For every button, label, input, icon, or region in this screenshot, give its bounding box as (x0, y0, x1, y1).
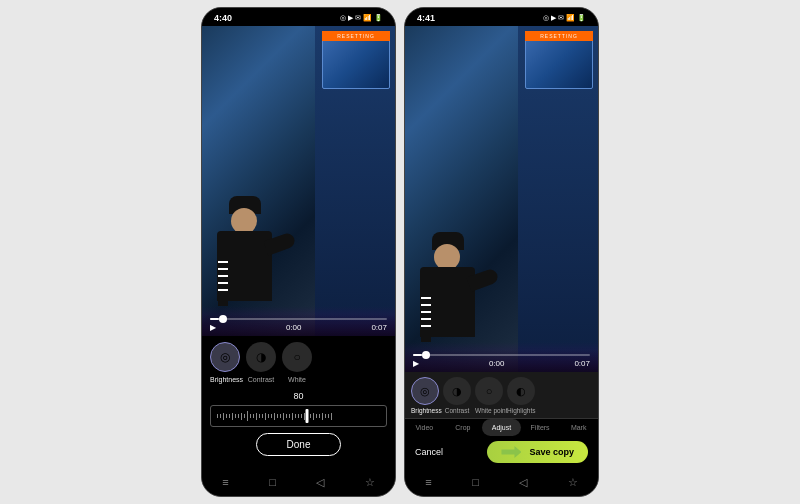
highlights-icon-right[interactable]: ◐ (507, 377, 535, 405)
video-content-right: RESETTING (405, 26, 598, 372)
time-left: 4:40 (214, 13, 232, 23)
video-controls-right: ▶ 0:00 0:07 (405, 350, 598, 372)
tab-mark[interactable]: Mark (559, 419, 598, 436)
status-icons-right: ◎ ▶ ✉ 📶 🔋 (543, 14, 586, 22)
nav-apps-icon-right[interactable]: ☆ (568, 476, 578, 489)
status-bar-left: 4:40 ◎ ▶ ✉ 📶 🔋 (202, 8, 395, 26)
arrow-container (501, 446, 525, 458)
status-icons-left: ◎ ▶ ✉ 📶 🔋 (340, 14, 383, 22)
video-area-left: RESETTING (202, 26, 395, 336)
slider-section-left: 80 (202, 387, 395, 468)
right-phone: 4:41 ◎ ▶ ✉ 📶 🔋 RESETTING (404, 7, 599, 497)
brightness-icon-right[interactable]: ◎ (411, 377, 439, 405)
video-area-right: RESETTING (405, 26, 598, 372)
contrast-icon-left[interactable]: ◑ (246, 342, 276, 372)
status-bar-right: 4:41 ◎ ▶ ✉ 📶 🔋 (405, 8, 598, 26)
cancel-button-right[interactable]: Cancel (415, 447, 443, 457)
video-controls-left: ▶ 0:00 0:07 (202, 314, 395, 336)
nav-home-icon-left[interactable]: □ (269, 476, 276, 488)
contrast-icon-right[interactable]: ◑ (443, 377, 471, 405)
tools-panel-left: ◎ ◑ ○ Brightness Contrast White (202, 336, 395, 387)
white-point-label-right: White point (475, 407, 503, 414)
nav-bar-right: ≡ □ ◁ ☆ (405, 468, 598, 496)
done-button-left[interactable]: Done (256, 433, 342, 456)
arrow-icon-right (501, 446, 521, 458)
nav-menu-icon-right[interactable]: ≡ (425, 476, 431, 488)
nav-bar-left: ≡ □ ◁ ☆ (202, 468, 395, 496)
play-icon-left[interactable]: ▶ (210, 323, 216, 332)
time-end-left: 0:07 (371, 323, 387, 332)
white-label-left: White (282, 376, 312, 383)
slider-value-left: 80 (210, 391, 387, 401)
tab-video[interactable]: Video (405, 419, 444, 436)
nav-home-icon-right[interactable]: □ (472, 476, 479, 488)
white-point-icon-right[interactable]: ○ (475, 377, 503, 405)
time-start-left: 0:00 (286, 323, 302, 332)
white-icon-left[interactable]: ○ (282, 342, 312, 372)
brightness-label-right: Brightness (411, 407, 439, 414)
bottom-tabs-right: Video Crop Adjust Filters Mark (405, 418, 598, 436)
nav-back-icon-left[interactable]: ◁ (316, 476, 324, 489)
brightness-label-left: Brightness (210, 376, 240, 383)
left-phone: 4:40 ◎ ▶ ✉ 📶 🔋 RESETTING (201, 7, 396, 497)
nav-menu-icon-left[interactable]: ≡ (222, 476, 228, 488)
tab-filters[interactable]: Filters (521, 419, 560, 436)
slider-track-left[interactable] (210, 405, 387, 427)
tab-crop[interactable]: Crop (444, 419, 483, 436)
nav-apps-icon-left[interactable]: ☆ (365, 476, 375, 489)
highlights-label-right: Highlights (507, 407, 535, 414)
tab-adjust[interactable]: Adjust (482, 419, 521, 436)
save-copy-button-right[interactable]: Save copy (487, 441, 588, 463)
time-right: 4:41 (417, 13, 435, 23)
time-end-right: 0:07 (574, 359, 590, 368)
play-icon-right[interactable]: ▶ (413, 359, 419, 368)
brightness-icon-left[interactable]: ◎ (210, 342, 240, 372)
nav-back-icon-right[interactable]: ◁ (519, 476, 527, 489)
save-copy-label: Save copy (529, 447, 574, 457)
video-content-left: RESETTING (202, 26, 395, 336)
phones-container: 4:40 ◎ ▶ ✉ 📶 🔋 RESETTING (201, 7, 599, 497)
time-start-right: 0:00 (489, 359, 505, 368)
contrast-label-left: Contrast (246, 376, 276, 383)
contrast-label-right: Contrast (443, 407, 471, 414)
tools-panel-right: ◎ ◑ ○ ◐ Brightness Contrast White point … (405, 372, 598, 418)
bottom-actions-right: Cancel Save copy (405, 436, 598, 468)
